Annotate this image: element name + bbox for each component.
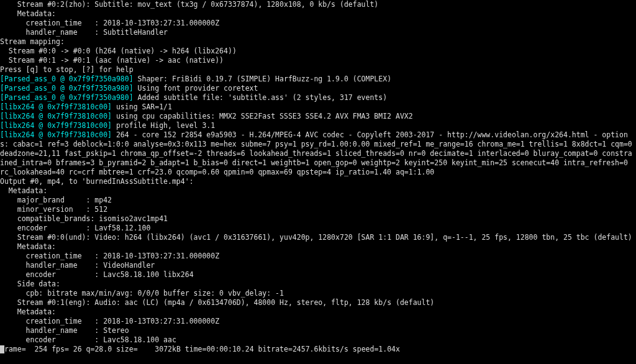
log-text: Press [q] to stop, [?] for help [0, 65, 134, 74]
terminal-line: handler_name : VideoHandler [0, 261, 636, 270]
status-text: rame= 254 fps= 26 q=28.0 size= 3072kB ti… [4, 345, 400, 353]
terminal-line: [libx264 @ 0x7f9f73810c00] 264 - core 15… [0, 130, 636, 177]
terminal-line: Stream #0:1(eng): Audio: aac (LC) (mp4a … [0, 298, 636, 307]
terminal-line: Stream #0:0(und): Video: h264 (libx264) … [0, 233, 636, 242]
terminal-line: cpb: bitrate max/min/avg: 0/0/0 buffer s… [0, 289, 636, 298]
terminal-line: Metadata: [0, 9, 636, 19]
log-tag: [libx264 @ 0x7f9f73810c00] [0, 112, 116, 121]
log-text: Output #0, mp4, to 'burnedInAssSubtitle.… [0, 177, 194, 186]
terminal-line: compatible_brands: isomiso2avc1mp41 [0, 214, 636, 224]
log-text: Stream #0:1 -> #0:1 (aac (native) -> aac… [9, 56, 224, 65]
terminal-line: Metadata: [0, 242, 636, 252]
terminal-line: Stream #0:1 -> #0:1 (aac (native) -> aac… [0, 56, 636, 65]
log-text: Stream #0:1(eng): Audio: aac (LC) (mp4a … [17, 298, 435, 307]
log-tag: [Parsed_ass_0 @ 0x7f9f7350a980] [0, 75, 138, 83]
log-text: handler_name : VideoHandler [26, 261, 155, 270]
log-text: Stream #0:2(zho): Subtitle: mov_text (tx… [17, 0, 379, 9]
log-text: Metadata: [9, 186, 47, 195]
log-text: encoder : Lavc58.18.100 libx264 [26, 270, 194, 279]
log-tag: [libx264 @ 0x7f9f73810c00] [0, 102, 116, 111]
log-text: Stream #0:0(und): Video: h264 (libx264) … [17, 233, 632, 242]
terminal-line: minor_version : 512 [0, 205, 636, 214]
log-tag: [libx264 @ 0x7f9f73810c00] [0, 130, 116, 139]
log-tag: [libx264 @ 0x7f9f73810c00] [0, 121, 116, 130]
log-text: Added subtitle file: 'subtitle.ass' (2 s… [138, 93, 388, 102]
log-text: creation_time : 2018-10-13T03:27:31.0000… [26, 317, 220, 325]
terminal-line: handler_name : Stereo [0, 326, 636, 335]
log-text: compatible_brands: isomiso2avc1mp41 [17, 214, 168, 223]
terminal-line: Stream mapping: [0, 37, 636, 47]
terminal-line: major_brand : mp42 [0, 196, 636, 205]
log-tag: [Parsed_ass_0 @ 0x7f9f7350a980] [0, 93, 138, 102]
log-text: using SAR=1/1 [116, 102, 172, 111]
terminal-line: [Parsed_ass_0 @ 0x7f9f7350a980] Using fo… [0, 84, 636, 93]
log-text: encoder : Lavc58.18.100 aac [26, 335, 176, 344]
terminal-line: Side data: [0, 280, 636, 289]
terminal-line: creation_time : 2018-10-13T03:27:31.0000… [0, 252, 636, 261]
terminal-line: encoder : Lavc58.18.100 libx264 [0, 270, 636, 280]
log-text: cpb: bitrate max/min/avg: 0/0/0 buffer s… [26, 289, 284, 298]
terminal-line: [libx264 @ 0x7f9f73810c00] profile High,… [0, 121, 636, 130]
terminal-line: Stream #0:2(zho): Subtitle: mov_text (tx… [0, 0, 636, 9]
terminal-line: [libx264 @ 0x7f9f73810c00] using SAR=1/1 [0, 102, 636, 112]
log-text: Metadata: [17, 9, 56, 18]
terminal-line: Metadata: [0, 186, 636, 196]
log-text: Using font provider coretext [138, 84, 258, 93]
terminal-line: encoder : Lavf58.12.100 [0, 224, 636, 233]
terminal-line: encoder : Lavc58.18.100 aac [0, 335, 636, 345]
terminal-line: handler_name : SubtitleHandler [0, 28, 636, 37]
log-text: handler_name : Stereo [26, 326, 129, 335]
terminal-status-line: rame= 254 fps= 26 q=28.0 size= 3072kB ti… [0, 345, 636, 354]
log-text: profile High, level 3.1 [116, 121, 215, 130]
log-tag: [Parsed_ass_0 @ 0x7f9f7350a980] [0, 84, 138, 93]
log-text: creation_time : 2018-10-13T03:27:31.0000… [26, 19, 220, 27]
terminal-line: Metadata: [0, 307, 636, 317]
terminal-line: [Parsed_ass_0 @ 0x7f9f7350a980] Shaper: … [0, 75, 636, 84]
log-text: Metadata: [17, 242, 56, 251]
log-text: using cpu capabilities: MMX2 SSE2Fast SS… [116, 112, 413, 121]
terminal-line: [libx264 @ 0x7f9f73810c00] using cpu cap… [0, 112, 636, 121]
terminal-line: [Parsed_ass_0 @ 0x7f9f7350a980] Added su… [0, 93, 636, 102]
log-text: creation_time : 2018-10-13T03:27:31.0000… [26, 252, 220, 260]
log-text: Shaper: FriBidi 0.19.7 (SIMPLE) HarfBuzz… [138, 75, 392, 83]
terminal-line: creation_time : 2018-10-13T03:27:31.0000… [0, 317, 636, 326]
cursor-icon [0, 345, 4, 353]
terminal-line: Stream #0:0 -> #0:0 (h264 (native) -> h2… [0, 47, 636, 56]
log-text: Stream #0:0 -> #0:0 (h264 (native) -> h2… [9, 47, 237, 55]
terminal-output[interactable]: Stream #0:2(zho): Subtitle: mov_text (tx… [0, 0, 636, 354]
log-text: minor_version : 512 [17, 205, 107, 214]
terminal-line: Output #0, mp4, to 'burnedInAssSubtitle.… [0, 177, 636, 186]
log-text: encoder : Lavf58.12.100 [17, 224, 151, 232]
log-text: Metadata: [17, 307, 56, 316]
log-text: Side data: [17, 280, 60, 288]
log-text: major_brand : mp42 [17, 196, 112, 204]
log-text: handler_name : SubtitleHandler [26, 28, 168, 37]
log-text: Stream mapping: [0, 37, 65, 46]
terminal-line: creation_time : 2018-10-13T03:27:31.0000… [0, 19, 636, 28]
terminal-line: Press [q] to stop, [?] for help [0, 65, 636, 75]
